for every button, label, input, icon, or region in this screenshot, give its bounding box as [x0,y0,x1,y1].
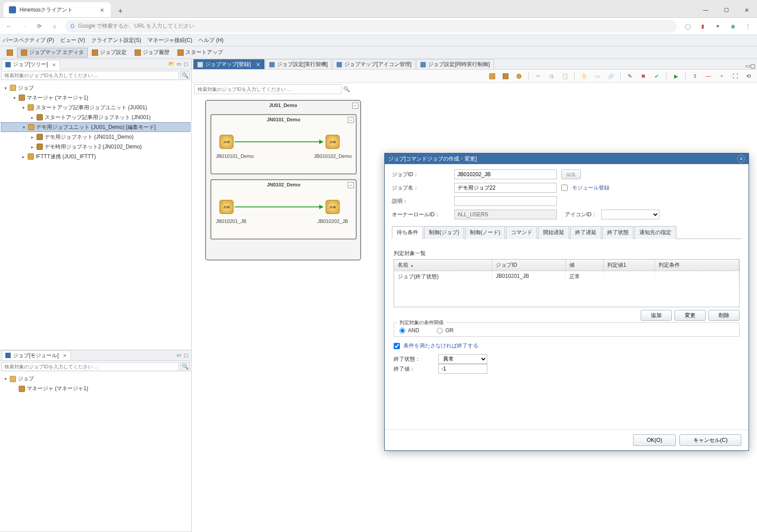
tree-root[interactable]: ▾ジョブ [1,374,190,384]
checkbox-terminate[interactable] [394,343,400,349]
input-end-value[interactable] [438,364,487,374]
select-icon-id[interactable] [601,210,659,219]
tab-end-delay[interactable]: 終了遅延 [570,226,601,239]
menu-client-settings[interactable]: クライアント設定(S) [91,37,141,44]
tb-delete-icon[interactable]: ✖ [638,71,648,81]
job-tree-tab[interactable]: ジョブ[ツリー] ✕ [2,60,60,70]
perspective-startup[interactable]: スタートアップ [173,48,227,58]
tb-gear-icon[interactable] [514,71,524,81]
tab-close-icon[interactable]: ✕ [100,7,105,12]
minimize-button[interactable]: — [695,3,716,17]
checkbox-module-register[interactable] [561,185,568,191]
module-search-input[interactable] [1,362,179,371]
change-button[interactable]: 変更 [675,310,706,321]
radio-and-input[interactable] [399,328,405,334]
expand-icon[interactable]: ▾ [12,95,17,100]
expand-icon[interactable] [12,386,17,392]
tb-cut-icon[interactable]: ✂ [533,71,543,81]
menu-manager-connect[interactable]: マネージャ接続(C) [148,37,193,44]
new-tab-button[interactable]: + [114,5,127,17]
th-val1[interactable]: 判定値1 [604,260,655,271]
expand-icon[interactable]: ▸ [29,144,35,149]
radio-or[interactable]: OR [437,327,453,334]
expand-icon[interactable]: ▸ [29,134,35,140]
address-bar[interactable]: G Google で検索するか、URL を入力してください [65,20,677,33]
table-row[interactable]: ジョブ(終了状態) JB010201_JB 正常 [394,271,739,282]
expand-icon[interactable]: ▸ [21,154,26,159]
collapse-icon[interactable]: − [352,103,358,109]
expand-icon[interactable]: ▾ [3,376,8,382]
perspective-jobmap-editor[interactable]: ジョブマップ エディタ [17,48,88,58]
radio-or-input[interactable] [437,328,443,334]
input-description[interactable] [454,196,557,206]
expand-icon[interactable]: ▾ [21,105,26,110]
menu-perspective[interactable]: パースペクティブ (P) [3,37,54,44]
menu-icon[interactable]: ⋮ [744,22,753,31]
tab-control-job[interactable]: 制御(ジョブ) [424,226,464,239]
profile-icon[interactable]: ◉ [728,22,737,31]
jobnet-box-1[interactable]: JN0101_Demo − JOB JB010101_Demo JOB JB01… [210,114,357,174]
tb-fit-icon[interactable]: ⛶ [730,71,740,81]
browser-tab[interactable]: Hinemosクライアント ✕ [4,2,111,17]
th-value[interactable]: 値 [566,260,604,271]
tree-search-input[interactable] [1,71,179,80]
job-icon[interactable]: JOB [219,200,234,214]
expand-icon[interactable]: ▾ [3,85,8,91]
job-icon[interactable]: JOB [325,135,340,149]
editor-search-input[interactable] [194,84,341,94]
home-button[interactable]: ⌂ [50,22,59,31]
job-icon[interactable]: JOB [325,200,340,214]
editor-tab-icon-mgmt[interactable]: ジョブマップ[アイコン管理] [333,59,416,69]
job-module-tab[interactable]: ジョブ[モジュール] ✕ [2,351,71,360]
job-icon[interactable]: JOB [219,135,234,149]
th-cond[interactable]: 判定条件 [655,260,739,271]
tab-control-node[interactable]: 制御(ノード) [465,226,505,239]
collapse-icon[interactable]: − [348,117,354,123]
tb-new-icon[interactable] [487,71,497,81]
reload-button[interactable]: ⟳ [35,22,44,31]
cancel-button[interactable]: キャンセル(C) [679,434,741,446]
tb-add-button-icon[interactable]: + [717,71,727,81]
tree-jobunit-demo[interactable]: ▾デモ用ジョブユニット (JU01_Demo) [編集モード] [1,122,190,132]
input-jobname[interactable] [454,183,557,193]
input-jobid[interactable] [454,169,557,179]
perspective-job-history[interactable]: ジョブ履歴 [131,48,173,58]
tb-remove-icon[interactable]: — [704,71,713,81]
tb-edit-icon[interactable]: ✎ [625,71,635,81]
tab-start-delay[interactable]: 開始遅延 [538,226,569,239]
tab-close-icon[interactable]: ✕ [256,62,260,68]
back-button[interactable]: ← [4,22,13,31]
tree-jobnet[interactable]: ▸スタートアップ記事用ジョブネット (JN001) [1,112,190,122]
tree-jobnet[interactable]: ▸デモ時用ジョブネット2 (JN0102_Demo) [1,142,190,152]
menu-view[interactable]: ビュー (V) [60,37,85,44]
tb-paste-icon[interactable]: 📋 [560,71,570,81]
delete-button[interactable]: 削除 [708,310,740,321]
tab-notify[interactable]: 通知先の指定 [634,226,676,239]
open-folder-icon[interactable]: 📂 [168,61,175,68]
th-name[interactable]: 名前▲ [394,260,492,271]
tree-jobunit[interactable]: ▾スタートアップ記事用ジョブユニット (JU001) [1,103,190,112]
tb-copy-icon[interactable]: ⧉ [547,71,556,81]
tab-close-icon[interactable]: ✕ [52,62,57,67]
tb-validate-icon[interactable]: ✔ [652,71,662,81]
search-button[interactable]: 🔍 [180,362,190,371]
dialog-titlebar[interactable]: ジョブ[コマンドジョブの作成・変更] ✕ [385,153,749,164]
expand-icon[interactable]: ▸ [29,115,35,120]
expand-icon[interactable]: ▾ [21,124,26,130]
search-button[interactable]: 🔍 [343,86,350,92]
tb-add-icon[interactable] [501,71,510,81]
extensions-puzzle-icon[interactable]: ✦ [713,22,722,31]
extension-icon-2[interactable]: ▮ [698,22,707,31]
extension-icon[interactable]: ◯ [683,22,692,31]
perspective-job-settings[interactable]: ジョブ設定 [88,48,131,58]
tab-wait-condition[interactable]: 待ち条件 [392,226,423,239]
radio-and[interactable]: AND [399,327,419,334]
edit-button[interactable]: 編集 [561,169,581,179]
th-jobid[interactable]: ジョブID [492,260,566,271]
maximize-panel-icon[interactable]: ▢ [182,351,189,359]
add-button[interactable]: 追加 [641,310,672,321]
editor-tab-job-trigger[interactable]: ジョブ設定[実行契機] [265,59,332,69]
minimize-panel-icon[interactable]: ▭ [175,351,182,359]
editor-tab-jobmap-register[interactable]: ジョブマップ[登録]✕ [193,59,264,69]
jobunit-box[interactable]: JU01_Demo − JN0101_Demo − JOB JB010101_D… [205,100,361,260]
